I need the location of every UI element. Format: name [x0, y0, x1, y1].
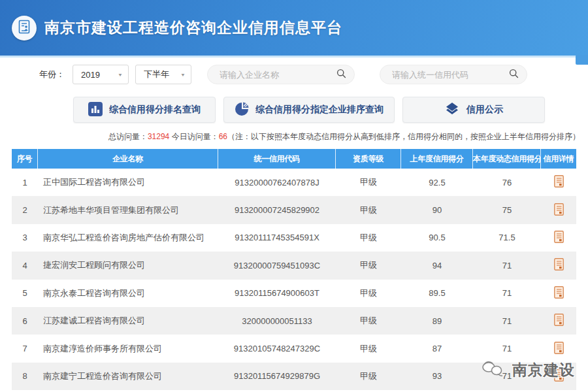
header-index: 序号 — [12, 149, 38, 169]
header-current-score: 本年度动态信用得分 — [473, 149, 541, 169]
action-button-label: 信用公示 — [466, 104, 503, 116]
credit-detail-icon[interactable] — [554, 314, 564, 326]
qualification-grade: 甲级 — [336, 287, 401, 299]
qualification-grade: 甲级 — [336, 259, 401, 271]
qualification-grade: 甲级 — [336, 343, 401, 355]
table-row: 6 江苏建诚工程咨询有限公司 320000000051133 甲级 89 71 — [12, 307, 576, 335]
total-visits-label: 总访问量： — [108, 132, 148, 141]
year-select[interactable]: 2019 ▼ — [73, 65, 129, 84]
current-year-score: 71 — [473, 316, 541, 326]
row-index: 2 — [12, 205, 38, 215]
credit-detail-icon[interactable] — [554, 369, 564, 382]
credit-code: 913200007245829902 — [218, 205, 336, 215]
credit-code: 320000000051133 — [218, 316, 336, 326]
row-index: 6 — [12, 316, 38, 326]
table-body: 1 正中国际工程咨询有限公司 91320000762407878J 甲级 92.… — [12, 169, 576, 390]
document-badge-icon — [18, 20, 31, 37]
credit-detail-icon[interactable] — [554, 231, 564, 243]
credit-detail-icon[interactable] — [554, 203, 564, 216]
current-year-score: 71 — [473, 371, 541, 381]
row-index: 3 — [12, 233, 38, 242]
header-grade: 资质等级 — [336, 149, 401, 169]
header-last-year-score: 上年度信用得分 — [401, 149, 473, 169]
site-header: 南京市建设工程造价咨询企业信用信息平台 — [0, 0, 588, 57]
sort-note: （注：以下按照本年度动态信用得分从高到低排序，信用得分相同的，按照企业上半年信用… — [227, 132, 580, 141]
total-visits-value: 31294 — [148, 132, 169, 141]
visit-stats: 总访问量：31294 今日访问量：66（注：以下按照本年度动态信用得分从高到低排… — [108, 131, 580, 142]
credit-publicity-button[interactable]: 信用公示 — [402, 97, 545, 123]
row-index: 8 — [12, 371, 38, 381]
header-company-name: 企业名称 — [38, 149, 218, 169]
site-logo — [12, 16, 37, 41]
last-year-score: 92.5 — [401, 178, 473, 188]
today-visits-label: 今日访问量： — [169, 132, 218, 141]
table-row: 7 南京建淳造价师事务所有限公司 91320105748247329C 甲级 8… — [12, 335, 576, 362]
chevron-down-icon: ▼ — [118, 72, 123, 77]
credit-detail-cell — [541, 286, 576, 301]
filter-bar: 年份： 2019 ▼ 下半年 ▼ — [39, 64, 527, 85]
credit-code: 91320111745354591X — [218, 233, 336, 242]
last-year-score: 94 — [401, 261, 473, 270]
year-label: 年份： — [39, 69, 65, 80]
credit-detail-cell — [541, 231, 576, 245]
search-icon[interactable] — [336, 69, 346, 81]
current-year-score: 75 — [473, 205, 541, 215]
last-year-score: 89 — [401, 316, 473, 326]
credit-code-search-input[interactable] — [391, 69, 505, 80]
last-year-score: 90 — [401, 205, 473, 215]
action-button-label: 综合信用得分指定企业排序查询 — [255, 104, 384, 116]
table-row: 8 南京建宁工程造价咨询有限公司 91320115674929879G 甲级 9… — [12, 363, 576, 390]
pie-chart-icon — [235, 102, 249, 118]
last-year-score: 87 — [401, 344, 473, 353]
qualification-grade: 甲级 — [336, 370, 401, 382]
table-row: 1 正中国际工程咨询有限公司 91320000762407878J 甲级 92.… — [12, 169, 576, 196]
last-year-score: 89.5 — [401, 288, 473, 298]
qualification-grade: 甲级 — [336, 232, 401, 244]
credit-detail-icon[interactable] — [554, 342, 564, 354]
chevron-down-icon: ▼ — [180, 72, 186, 77]
company-name: 南京建宁工程造价咨询有限公司 — [38, 370, 218, 382]
row-index: 4 — [12, 261, 38, 270]
floating-side-tab[interactable] — [576, 55, 588, 65]
layers-diamond-icon — [444, 102, 460, 118]
today-visits-value: 66 — [219, 132, 227, 141]
credit-detail-icon[interactable] — [554, 175, 564, 188]
qualification-grade: 甲级 — [336, 204, 401, 216]
row-index: 1 — [12, 178, 38, 188]
last-year-score: 90.5 — [401, 233, 473, 242]
company-name: 南京建淳造价师事务所有限公司 — [38, 343, 218, 355]
current-year-score: 71 — [473, 344, 541, 353]
search-icon[interactable] — [509, 69, 519, 81]
credit-code: 91320000762407878J — [218, 178, 336, 188]
company-name: 正中国际工程咨询有限公司 — [38, 176, 218, 188]
table-row: 3 南京华弘工程造价咨询房地产估价有限公司 91320111745354591X… — [12, 224, 576, 252]
table-header-row: 序号 企业名称 统一信用代码 资质等级 上年度信用得分 本年度动态信用得分 信用… — [12, 149, 576, 169]
credit-code: 91320000759451093C — [218, 261, 336, 270]
half-year-select-value: 下半年 — [144, 69, 169, 80]
score-specified-company-query-button[interactable]: 综合信用得分指定企业排序查询 — [223, 97, 395, 123]
qualification-grade: 甲级 — [336, 176, 401, 188]
score-ranking-query-button[interactable]: 综合信用得分排名查询 — [73, 97, 216, 123]
bar-chart-icon — [88, 102, 103, 118]
company-name: 捷宏润安工程顾问有限公司 — [38, 259, 218, 271]
credit-detail-cell — [541, 369, 576, 384]
current-year-score: 71.5 — [473, 233, 541, 242]
credit-code: 91320105748247329C — [218, 344, 336, 353]
header-credit-code: 统一信用代码 — [218, 149, 336, 169]
credit-detail-cell — [541, 175, 576, 189]
current-year-score: 71 — [473, 288, 541, 298]
company-search — [207, 65, 355, 84]
row-index: 7 — [12, 344, 38, 353]
company-name: 南京永泰工程咨询有限公司 — [38, 287, 218, 299]
credit-code-search — [380, 65, 527, 84]
credit-table: 序号 企业名称 统一信用代码 资质等级 上年度信用得分 本年度动态信用得分 信用… — [12, 149, 576, 390]
half-year-select[interactable]: 下半年 ▼ — [135, 65, 191, 84]
credit-detail-icon[interactable] — [554, 258, 564, 270]
current-year-score: 76 — [473, 178, 541, 188]
qualification-grade: 甲级 — [336, 315, 401, 327]
credit-detail-icon[interactable] — [554, 286, 564, 299]
company-search-input[interactable] — [218, 69, 333, 80]
page-title: 南京市建设工程造价咨询企业信用信息平台 — [44, 18, 342, 38]
table-row: 2 江苏希地丰华项目管理集团有限公司 913200007245829902 甲级… — [12, 196, 576, 223]
current-year-score: 71 — [473, 261, 541, 270]
